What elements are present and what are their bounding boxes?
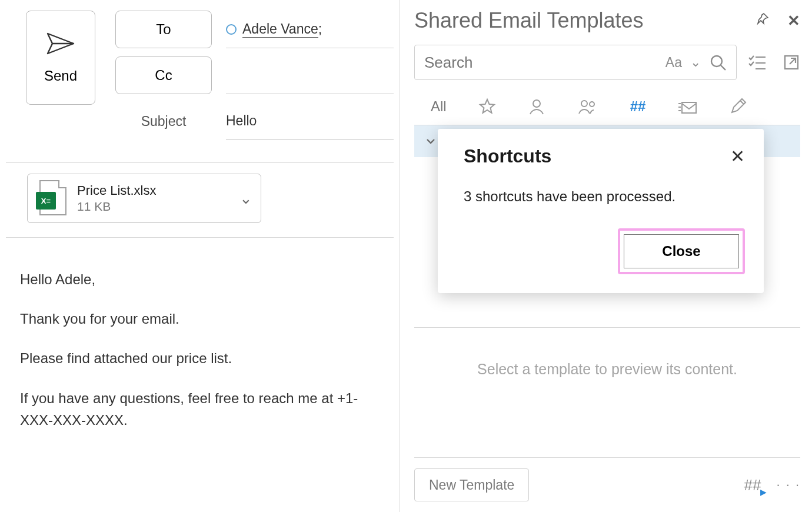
send-icon — [46, 31, 75, 56]
tab-personal-person-icon[interactable] — [528, 98, 545, 115]
svg-line-2 — [721, 65, 726, 70]
search-options-chevron-icon[interactable]: ⌄ — [690, 55, 701, 70]
subject-label: Subject — [115, 114, 212, 129]
body-line: Thank you for your email. — [20, 308, 380, 330]
close-button-highlight: Close — [618, 228, 745, 274]
chevron-down-icon — [425, 135, 437, 147]
to-field[interactable]: Adele Vance; — [226, 11, 394, 48]
attachment-chip[interactable]: X≡ Price List.xlsx 11 KB ⌄ — [27, 174, 261, 223]
subject-value: Hello — [226, 113, 257, 129]
svg-point-5 — [581, 101, 587, 107]
attachment-menu-chevron-icon[interactable]: ⌄ — [239, 189, 252, 208]
body-line: Please find attached our price list. — [20, 347, 380, 369]
search-box[interactable]: Aa ⌄ — [414, 45, 737, 80]
text-case-toggle[interactable]: Aa — [665, 55, 682, 71]
pin-icon[interactable] — [756, 12, 770, 26]
cc-field[interactable] — [226, 56, 394, 94]
run-shortcuts-icon[interactable]: ##▶ — [744, 476, 761, 494]
checklist-icon[interactable] — [747, 54, 767, 71]
to-button[interactable]: To — [115, 11, 212, 48]
close-panel-icon[interactable]: ✕ — [787, 12, 800, 30]
shortcuts-dialog: Shortcuts ✕ 3 shortcuts have been proces… — [438, 129, 764, 293]
dialog-close-button[interactable]: Close — [624, 234, 739, 268]
to-recipient[interactable]: Adele Vance — [242, 21, 318, 38]
body-line: If you have any questions, feel free to … — [20, 387, 380, 431]
compose-pane: Send To Adele Vance; Cc Subject Hello — [0, 0, 400, 512]
attachment-size: 11 KB — [77, 200, 229, 214]
tab-shortcuts-hash-icon[interactable]: ## — [630, 98, 646, 115]
more-menu-icon[interactable]: · · · — [776, 477, 800, 493]
tab-all[interactable]: All — [431, 98, 447, 115]
tab-team-people-icon[interactable] — [577, 98, 598, 115]
attachment-name: Price List.xlsx — [77, 183, 229, 198]
presence-icon — [226, 24, 237, 35]
preview-placeholder: Select a template to preview its content… — [414, 328, 800, 413]
dialog-title: Shortcuts — [464, 145, 551, 167]
svg-rect-7 — [682, 102, 696, 113]
tab-edit-pencil-icon[interactable] — [729, 98, 747, 115]
dialog-close-icon[interactable]: ✕ — [730, 146, 745, 167]
category-tabs: All ## — [414, 98, 800, 115]
subject-field[interactable]: Hello — [226, 102, 394, 140]
excel-file-icon: X≡ — [36, 180, 66, 217]
tab-mail-icon[interactable] — [677, 98, 697, 115]
send-button[interactable]: Send — [26, 11, 95, 105]
svg-point-6 — [590, 102, 594, 107]
dialog-message: 3 shortcuts have been processed. — [464, 188, 745, 205]
cc-button[interactable]: Cc — [115, 56, 212, 94]
svg-point-1 — [711, 56, 722, 67]
tab-favorites-star-icon[interactable] — [478, 98, 496, 115]
to-suffix: ; — [318, 21, 322, 37]
body-line: Hello Adele, — [20, 268, 380, 290]
new-template-button[interactable]: New Template — [414, 468, 529, 501]
email-body[interactable]: Hello Adele, Thank you for your email. P… — [6, 248, 394, 431]
send-label: Send — [44, 68, 77, 84]
search-input[interactable] — [424, 54, 657, 72]
search-icon[interactable] — [709, 54, 727, 71]
panel-title: Shared Email Templates — [414, 8, 644, 33]
templates-panel: Shared Email Templates ✕ Aa ⌄ All ## Sel… — [400, 0, 812, 512]
svg-point-4 — [533, 100, 540, 107]
open-external-icon[interactable] — [783, 54, 800, 71]
